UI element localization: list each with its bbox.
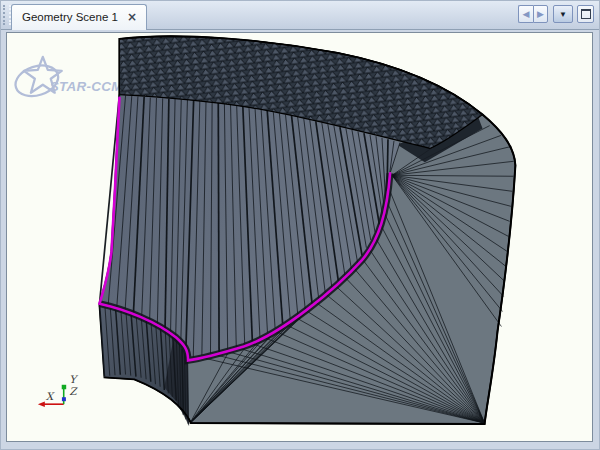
maximize-button[interactable] xyxy=(577,5,594,23)
z-axis-dot-icon xyxy=(62,397,66,401)
y-axis-arrow-icon xyxy=(62,385,66,389)
x-axis-arrow-icon xyxy=(38,401,45,407)
y-axis-label: Y xyxy=(69,373,78,385)
scene-viewport[interactable]: STAR-CCM+ xyxy=(6,32,593,442)
maximize-icon xyxy=(581,9,591,19)
tab-geometry-scene[interactable]: Geometry Scene 1 × xyxy=(11,4,147,30)
tab-close-icon[interactable]: × xyxy=(127,12,137,22)
scroll-tabs-left-button[interactable]: ◀ xyxy=(518,5,533,23)
chevron-left-icon: ◀ xyxy=(523,9,530,19)
geometry-scene-window: Geometry Scene 1 × ◀ ▶ ▼ xyxy=(0,0,600,450)
chevron-right-icon: ▶ xyxy=(537,9,544,19)
tab-controls: ◀ ▶ ▼ xyxy=(518,5,594,23)
tab-title: Geometry Scene 1 xyxy=(22,11,118,23)
tab-list-dropdown-button[interactable]: ▼ xyxy=(553,5,573,23)
axis-triad: X Y Z xyxy=(38,373,78,407)
star-ccm-watermark: STAR-CCM+ xyxy=(12,57,131,101)
chevron-down-icon: ▼ xyxy=(559,10,567,19)
z-axis-label: Z xyxy=(69,385,78,397)
scene-canvas[interactable]: STAR-CCM+ xyxy=(7,33,592,441)
geometry-model[interactable] xyxy=(100,36,516,426)
viewport-frame: STAR-CCM+ xyxy=(1,31,599,449)
x-axis-label: X xyxy=(46,390,55,402)
tab-bar: Geometry Scene 1 × ◀ ▶ ▼ xyxy=(1,1,599,30)
scroll-tabs-right-button[interactable]: ▶ xyxy=(533,5,548,23)
tab-drag-grip[interactable] xyxy=(3,5,11,25)
